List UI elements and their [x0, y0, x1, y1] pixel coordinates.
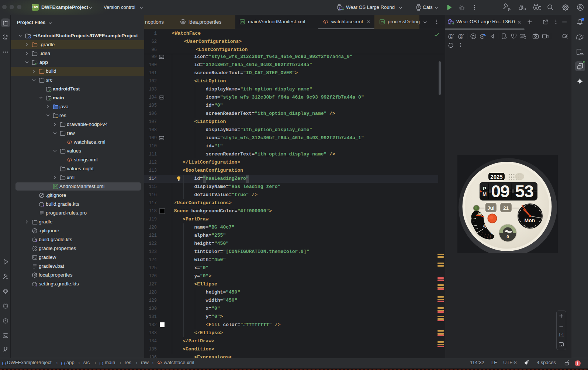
svg-text:Mon: Mon — [525, 217, 535, 223]
svg-text:0: 0 — [491, 231, 493, 235]
svg-text:09: 09 — [491, 181, 509, 201]
svg-text:2025: 2025 — [490, 174, 502, 180]
svg-text:P: P — [483, 186, 486, 191]
svg-text:M: M — [482, 191, 487, 197]
svg-text:53: 53 — [515, 181, 533, 201]
svg-text:1: 1 — [450, 35, 452, 38]
svg-text:0: 0 — [506, 234, 509, 239]
svg-text:Jul: Jul — [487, 205, 495, 211]
svg-text:2: 2 — [460, 35, 461, 38]
svg-text:21: 21 — [503, 205, 509, 211]
